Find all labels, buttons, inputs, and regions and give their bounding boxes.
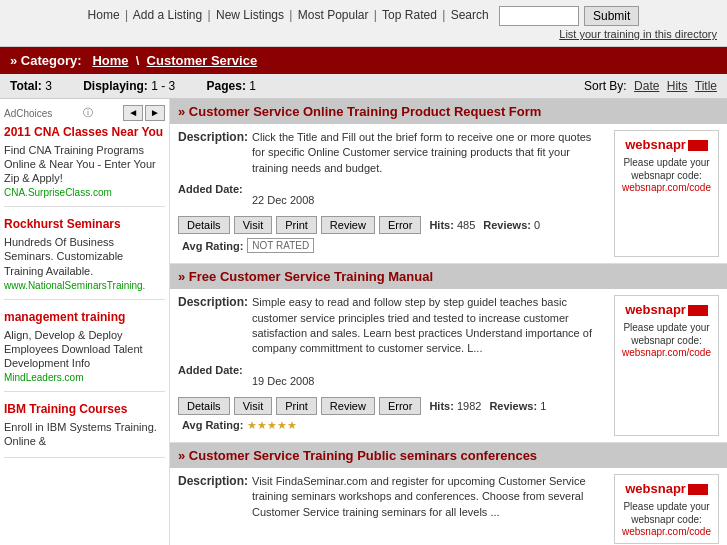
- ad-1-title[interactable]: 2011 CNA Classes Near You: [4, 125, 165, 141]
- listing-1-websnapr: websnapr2.0 Please update your websnapr …: [614, 130, 719, 257]
- listing-2-desc-label: Description:: [178, 295, 248, 357]
- listing-2-actions: Details Visit Print Review Error Hits: 1…: [178, 393, 606, 436]
- listing-3-websnapr: websnapr2.0 Please update your websnapr …: [614, 474, 719, 544]
- listing-2-body: Description: Simple easy to read and fol…: [170, 289, 727, 442]
- stats-left: Total: 3 Displaying: 1 - 3 Pages: 1: [10, 79, 284, 93]
- breadcrumb-current[interactable]: Customer Service: [147, 53, 258, 68]
- nav-top-rated[interactable]: Top Rated: [382, 8, 437, 22]
- sort-title[interactable]: Title: [695, 79, 717, 93]
- listing-1-review-btn[interactable]: Review: [321, 216, 375, 234]
- ad-2-title[interactable]: Rockhurst Seminars: [4, 217, 165, 233]
- listing-1-date-label: Added Date:: [178, 182, 248, 206]
- listing-2-desc-text: Simple easy to read and follow step by s…: [252, 295, 606, 357]
- listing-2-avg: Avg Rating: ★★★★★: [182, 419, 297, 432]
- sort-hits[interactable]: Hits: [667, 79, 688, 93]
- listing-1-date-val: 22 Dec 2008: [252, 182, 314, 206]
- ad-1-body: Find CNA Training Programs Online & Near…: [4, 143, 165, 186]
- listing-1-print-btn[interactable]: Print: [276, 216, 317, 234]
- listing-2-date-val: 19 Dec 2008: [252, 363, 314, 387]
- listing-2-header[interactable]: » Free Customer Service Training Manual: [170, 264, 727, 289]
- listing-1-header[interactable]: » Customer Service Online Training Produ…: [170, 99, 727, 124]
- sidebar-ad-3: management training Align, Develop & Dep…: [4, 310, 165, 392]
- ad-nav: ◄ ►: [123, 105, 165, 121]
- listing-1-date: Added Date: 22 Dec 2008: [178, 182, 606, 206]
- listing-1-avg: Avg Rating: NOT RATED: [182, 238, 314, 253]
- listing-3-header[interactable]: » Customer Service Training Public semin…: [170, 443, 727, 468]
- listing-2-websnapr-msg: Please update your websnapr code:: [621, 321, 712, 347]
- listing-1-actions: Details Visit Print Review Error Hits: 4…: [178, 212, 606, 257]
- listing-1-desc-label: Description:: [178, 130, 248, 176]
- sidebar: AdChoices ⓘ ◄ ► 2011 CNA Classes Near Yo…: [0, 99, 170, 545]
- nav-new-listings[interactable]: New Listings: [216, 8, 284, 22]
- nav-home[interactable]: Home: [88, 8, 120, 22]
- ad-next-button[interactable]: ►: [145, 105, 165, 121]
- listing-2-websnapr-logo: websnapr2.0: [621, 302, 712, 317]
- ad-4-body: Enroll in IBM Systems Training. Online &: [4, 420, 165, 449]
- listing-1-error-btn[interactable]: Error: [379, 216, 421, 234]
- search-box: Submit: [499, 6, 640, 26]
- listing-2-date: Added Date: 19 Dec 2008: [178, 363, 606, 387]
- nav-search[interactable]: Search: [451, 8, 489, 22]
- listing-1-desc-text: Click the Title and Fill out the brief f…: [252, 130, 606, 176]
- ad-3-body: Align, Develop & Deploy Employees Downlo…: [4, 328, 165, 371]
- listing-2-title: » Free Customer Service Training Manual: [178, 269, 433, 284]
- search-input[interactable]: [499, 6, 579, 26]
- listing-2-stars: ★★★★★: [247, 419, 297, 432]
- listing-2-details-btn[interactable]: Details: [178, 397, 230, 415]
- listing-2-visit-btn[interactable]: Visit: [234, 397, 273, 415]
- listing-1-visit-btn[interactable]: Visit: [234, 216, 273, 234]
- submit-button[interactable]: Submit: [584, 6, 639, 26]
- listing-2-desc: Description: Simple easy to read and fol…: [178, 295, 606, 357]
- listing-1-websnapr-link[interactable]: websnapr.com/code: [622, 182, 711, 193]
- breadcrumb-home[interactable]: Home: [92, 53, 128, 68]
- listing-2-error-btn[interactable]: Error: [379, 397, 421, 415]
- listing-2: » Free Customer Service Training Manual …: [170, 264, 727, 443]
- listing-1-details-btn[interactable]: Details: [178, 216, 230, 234]
- listing-3-body: Description: Visit FindaSeminar.com and …: [170, 468, 727, 545]
- sidebar-ad-2: Rockhurst Seminars Hundreds Of Business …: [4, 217, 165, 299]
- total-label: Total: 3: [10, 79, 66, 93]
- sort-date[interactable]: Date: [634, 79, 659, 93]
- nav-most-popular[interactable]: Most Popular: [298, 8, 369, 22]
- ad-4-title[interactable]: IBM Training Courses: [4, 402, 165, 418]
- ad-choices-bar: AdChoices ⓘ ◄ ►: [4, 105, 165, 121]
- sidebar-ad-1: 2011 CNA Classes Near You Find CNA Train…: [4, 125, 165, 207]
- ad-3-url: MindLeaders.com: [4, 372, 165, 383]
- listing-3-desc-label: Description:: [178, 474, 248, 520]
- listing-1-body: Description: Click the Title and Fill ou…: [170, 124, 727, 263]
- listing-3-websnapr-logo: websnapr2.0: [621, 481, 712, 496]
- listing-2-hits: Hits: 1982: [429, 400, 481, 412]
- listing-1-websnapr-logo: websnapr2.0: [621, 137, 712, 152]
- directory-link-bar: List your training in this directory: [10, 28, 717, 40]
- ad-prev-button[interactable]: ◄: [123, 105, 143, 121]
- stats-bar: Total: 3 Displaying: 1 - 3 Pages: 1 Sort…: [0, 74, 727, 99]
- listing-1-websnapr-msg: Please update your websnapr code:: [621, 156, 712, 182]
- ad-1-url: CNA.SurpriseClass.com: [4, 187, 165, 198]
- listings-content: » Customer Service Online Training Produ…: [170, 99, 727, 545]
- listing-2-print-btn[interactable]: Print: [276, 397, 317, 415]
- ad-3-title[interactable]: management training: [4, 310, 165, 326]
- listing-1-title: » Customer Service Online Training Produ…: [178, 104, 541, 119]
- nav-add-listing[interactable]: Add a Listing: [133, 8, 202, 22]
- displaying-label: Displaying: 1 - 3: [83, 79, 189, 93]
- sort-by: Sort By: Date Hits Title: [584, 79, 717, 93]
- listing-2-websnapr-link[interactable]: websnapr.com/code: [622, 347, 711, 358]
- listing-2-review-btn[interactable]: Review: [321, 397, 375, 415]
- breadcrumb-prefix: » Category:: [10, 53, 82, 68]
- listing-1-hits: Hits: 485: [429, 219, 475, 231]
- top-navigation: Home | Add a Listing | New Listings | Mo…: [0, 0, 727, 47]
- main-layout: AdChoices ⓘ ◄ ► 2011 CNA Classes Near Yo…: [0, 99, 727, 545]
- ad-2-body: Hundreds Of Business Seminars. Customiza…: [4, 235, 165, 278]
- listing-3-websnapr-msg: Please update your websnapr code:: [621, 500, 712, 526]
- listing-3-websnapr-link[interactable]: websnapr.com/code: [622, 526, 711, 537]
- pages-label: Pages: 1: [207, 79, 270, 93]
- listing-3-title: » Customer Service Training Public semin…: [178, 448, 537, 463]
- listing-1: » Customer Service Online Training Produ…: [170, 99, 727, 264]
- ad-icon: ⓘ: [83, 106, 93, 120]
- ad-choices-label: AdChoices: [4, 108, 52, 119]
- directory-link[interactable]: List your training in this directory: [559, 28, 717, 40]
- listing-2-date-label: Added Date:: [178, 363, 248, 387]
- breadcrumb-bar: » Category: Home \ Customer Service: [0, 47, 727, 74]
- listing-1-not-rated: NOT RATED: [247, 238, 314, 253]
- ad-2-url: www.NationalSeminarsTraining.: [4, 280, 165, 291]
